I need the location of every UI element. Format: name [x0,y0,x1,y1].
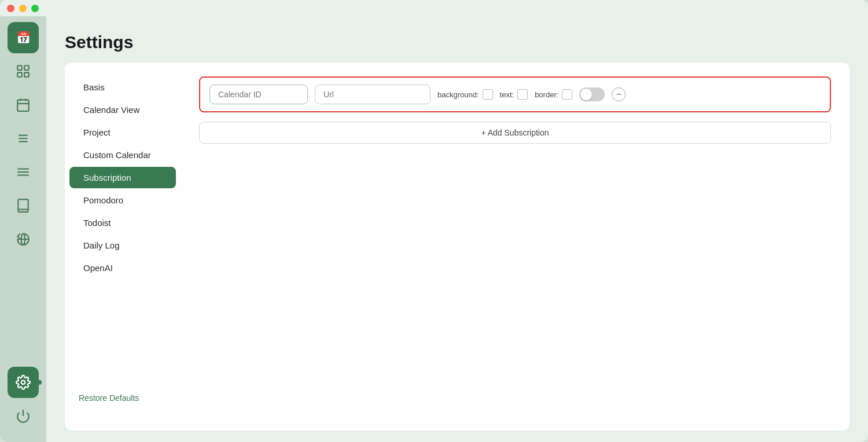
background-checkbox[interactable] [483,89,493,100]
remove-subscription-button[interactable]: − [612,87,626,101]
svg-rect-3 [24,72,29,77]
nav-item-project[interactable]: Project [69,122,176,143]
text-checkbox[interactable] [517,89,528,100]
nav-item-openai[interactable]: OpenAI [69,257,176,279]
sidebar-icon-list2[interactable] [8,156,39,188]
add-subscription-button[interactable]: + Add Subscription [199,122,831,144]
url-input[interactable] [315,85,431,104]
nav-item-basis[interactable]: Basis [69,76,176,98]
nav-item-subscription[interactable]: Subscription [69,167,176,188]
sidebar-icon-power[interactable] [8,400,39,432]
settings-panel: Basis Calendar View Project Custom Calen… [65,63,849,430]
sidebar-icon-grid[interactable] [8,56,39,87]
sidebar-icon-settings[interactable] [8,367,39,398]
settings-dot-indicator [37,380,42,385]
settings-content: background: text: border: [181,63,849,430]
nav-item-daily-log[interactable]: Daily Log [69,235,176,256]
sidebar-icon-sync[interactable] [8,224,39,255]
minus-icon: − [616,89,621,100]
background-label: background: [437,90,479,99]
page-title: Settings [65,32,849,52]
main-content: Settings Basis Calendar View Project Cus… [46,16,868,442]
subscription-toggle[interactable] [579,87,605,101]
app-window: 📅 [0,0,868,442]
app-body: 📅 [0,16,868,442]
nav-item-pomodoro[interactable]: Pomodoro [69,189,176,211]
border-label: border: [535,90,558,99]
text-label: text: [500,90,514,99]
titlebar [0,0,868,16]
nav-item-custom-calendar[interactable]: Custom Calendar [69,144,176,166]
border-checkbox[interactable] [562,89,572,100]
sidebar-icon-calendar-app[interactable]: 📅 [8,22,39,53]
svg-rect-2 [17,72,22,77]
sidebar-icon-list1[interactable] [8,123,39,154]
settings-nav-footer: Restore Defaults [65,389,181,417]
calendar-id-input[interactable] [209,85,308,104]
svg-rect-4 [17,100,29,111]
border-option: border: [535,89,572,100]
sidebar-icon-settings-row [0,367,46,398]
svg-point-16 [21,381,25,385]
background-option: background: [437,89,493,100]
sidebar: 📅 [0,16,46,442]
close-button[interactable] [7,5,14,12]
text-option: text: [500,89,528,100]
nav-item-todoist[interactable]: Todoist [69,212,176,233]
sidebar-icon-calendar[interactable] [8,89,39,120]
minimize-button[interactable] [19,5,27,12]
svg-rect-1 [24,65,29,70]
nav-item-calendar-view[interactable]: Calendar View [69,99,176,120]
svg-rect-14 [18,199,28,212]
maximize-button[interactable] [31,5,39,12]
restore-defaults-link[interactable]: Restore Defaults [74,389,171,407]
toggle-knob [580,89,592,100]
settings-nav: Basis Calendar View Project Custom Calen… [65,63,181,430]
sidebar-icon-tablet[interactable] [8,190,39,221]
svg-rect-0 [17,65,22,70]
subscription-row: background: text: border: [199,76,831,112]
